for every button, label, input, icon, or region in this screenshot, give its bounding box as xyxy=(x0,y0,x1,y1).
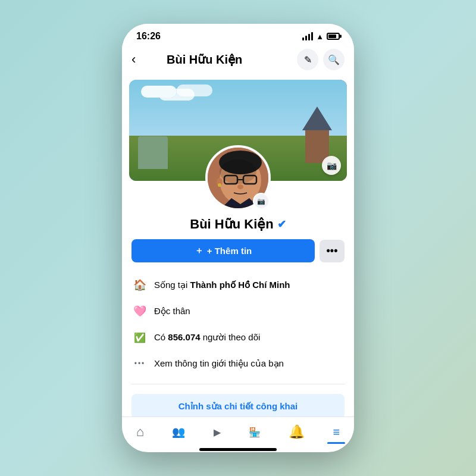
list-item: ✅ Có 856.074 người theo dõi xyxy=(131,324,345,350)
nav-item-watch[interactable]: ▶ xyxy=(209,424,226,440)
camera-icon: 📷 xyxy=(327,161,337,170)
header-nav: ‹ Bùi Hữu Kiện ✎ 🔍 xyxy=(122,44,354,75)
relationship-text: Độc thân xyxy=(154,306,190,317)
info-list: 🏠 Sống tại Thành phố Hồ Chí Minh 🩷 Độc t… xyxy=(122,270,354,379)
search-button[interactable]: 🔍 xyxy=(323,49,345,70)
svg-point-2 xyxy=(219,151,262,174)
nav-active-indicator xyxy=(327,442,345,444)
add-info-label: + Thêm tin xyxy=(207,246,252,256)
verified-badge: ✔ xyxy=(277,218,286,231)
followers-text: Có 856.074 người theo dõi xyxy=(154,332,260,343)
signal-bar-3 xyxy=(308,34,310,40)
list-item: 🩷 Độc thân xyxy=(131,298,345,324)
signal-bar-4 xyxy=(311,32,313,40)
signal-bars-icon xyxy=(302,32,313,40)
profile-info: Bùi Hữu Kiện ✔ xyxy=(122,217,354,232)
more-button[interactable]: ••• xyxy=(320,240,345,262)
avatar-container: 📷 xyxy=(205,145,271,211)
nav-item-home[interactable]: ⌂ xyxy=(131,422,149,442)
nav-item-menu[interactable]: ≡ xyxy=(328,423,345,441)
nav-item-friends[interactable]: 👥 xyxy=(167,423,190,441)
battery-fill xyxy=(328,35,336,38)
signal-bar-2 xyxy=(305,36,307,40)
cover-building-left xyxy=(138,136,168,169)
intro-text: Xem thông tin giới thiệu của bạn xyxy=(154,358,284,369)
add-info-button[interactable]: ＋ + Thêm tin xyxy=(131,239,315,262)
action-buttons: ＋ + Thêm tin ••• xyxy=(122,232,354,270)
marketplace-nav-icon: 🏪 xyxy=(249,427,261,438)
svg-point-8 xyxy=(218,183,221,187)
header-actions: ✎ 🔍 xyxy=(297,49,345,70)
add-icon: ＋ xyxy=(195,245,203,256)
list-item: ••• Xem thông tin giới thiệu của bạn xyxy=(131,350,345,377)
relationship-icon: 🩷 xyxy=(131,303,148,320)
profile-name: Bùi Hữu Kiện ✔ xyxy=(131,217,345,232)
list-item: 🏠 Sống tại Thành phố Hồ Chí Minh xyxy=(131,272,345,298)
cover-camera-button[interactable]: 📷 xyxy=(322,156,341,175)
more-info-icon: ••• xyxy=(131,355,148,372)
status-time: 16:26 xyxy=(136,31,161,42)
phone-frame: 16:26 ▲ ‹ Bùi Hữu Kiện ✎ 🔍 xyxy=(122,24,354,452)
avatar-camera-icon: 📷 xyxy=(257,198,265,205)
cover-section: 📷 xyxy=(129,80,347,181)
nav-item-notifications[interactable]: 🔔 xyxy=(284,422,309,442)
status-icons: ▲ xyxy=(302,32,340,41)
bottom-nav: ⌂ 👥 ▶ 🏪 🔔 ≡ xyxy=(122,416,354,444)
notifications-nav-icon: 🔔 xyxy=(289,424,305,440)
edit-button[interactable]: ✎ xyxy=(297,49,318,70)
friends-nav-icon: 👥 xyxy=(172,425,185,439)
status-bar: 16:26 ▲ xyxy=(122,24,354,44)
edit-icon: ✎ xyxy=(304,54,312,65)
location-text: Sống tại Thành phố Hồ Chí Minh xyxy=(154,280,290,290)
signal-bar-1 xyxy=(302,37,304,40)
home-nav-icon: ⌂ xyxy=(136,424,144,440)
divider xyxy=(131,384,345,384)
profile-content: 📷 xyxy=(122,75,354,416)
edit-public-button[interactable]: Chỉnh sửa chi tiết công khai xyxy=(131,394,345,416)
profile-name-text: Bùi Hữu Kiện xyxy=(190,217,273,232)
cover-castle xyxy=(293,115,329,163)
home-indicator xyxy=(199,448,277,451)
wifi-icon: ▲ xyxy=(316,32,324,41)
menu-nav-icon: ≡ xyxy=(333,425,340,439)
nav-item-marketplace[interactable]: 🏪 xyxy=(244,424,265,440)
svg-point-6 xyxy=(237,184,243,189)
cover-clouds xyxy=(141,86,177,98)
home-icon: 🏠 xyxy=(131,277,148,293)
followers-icon: ✅ xyxy=(131,329,148,346)
watch-nav-icon: ▶ xyxy=(214,427,221,438)
more-icon: ••• xyxy=(327,245,338,257)
castle-roof xyxy=(302,107,332,130)
search-icon: 🔍 xyxy=(328,54,340,65)
avatar-camera-button[interactable]: 📷 xyxy=(253,193,270,209)
header-title: Bùi Hữu Kiện xyxy=(122,52,297,67)
battery-icon xyxy=(327,33,340,40)
